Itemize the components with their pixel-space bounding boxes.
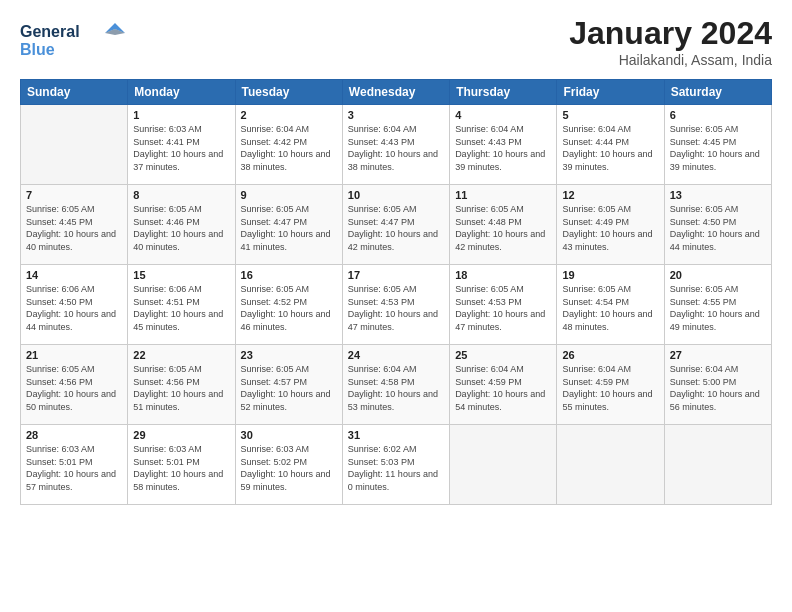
day-number: 6 bbox=[670, 109, 766, 121]
day-number: 12 bbox=[562, 189, 658, 201]
day-number: 28 bbox=[26, 429, 122, 441]
calendar-cell: 2Sunrise: 6:04 AMSunset: 4:42 PMDaylight… bbox=[235, 105, 342, 185]
day-number: 10 bbox=[348, 189, 444, 201]
svg-text:General: General bbox=[20, 23, 80, 40]
day-info: Sunrise: 6:03 AMSunset: 4:41 PMDaylight:… bbox=[133, 123, 229, 173]
day-number: 27 bbox=[670, 349, 766, 361]
calendar-week-1: 7Sunrise: 6:05 AMSunset: 4:45 PMDaylight… bbox=[21, 185, 772, 265]
day-number: 21 bbox=[26, 349, 122, 361]
day-number: 2 bbox=[241, 109, 337, 121]
calendar-cell: 29Sunrise: 6:03 AMSunset: 5:01 PMDayligh… bbox=[128, 425, 235, 505]
header-wednesday: Wednesday bbox=[342, 80, 449, 105]
location: Hailakandi, Assam, India bbox=[569, 52, 772, 68]
day-number: 29 bbox=[133, 429, 229, 441]
day-number: 15 bbox=[133, 269, 229, 281]
calendar-cell bbox=[557, 425, 664, 505]
day-info: Sunrise: 6:04 AMSunset: 4:59 PMDaylight:… bbox=[562, 363, 658, 413]
svg-text:Blue: Blue bbox=[20, 41, 55, 58]
day-info: Sunrise: 6:06 AMSunset: 4:50 PMDaylight:… bbox=[26, 283, 122, 333]
calendar-cell: 26Sunrise: 6:04 AMSunset: 4:59 PMDayligh… bbox=[557, 345, 664, 425]
calendar-table: Sunday Monday Tuesday Wednesday Thursday… bbox=[20, 79, 772, 505]
calendar-week-4: 28Sunrise: 6:03 AMSunset: 5:01 PMDayligh… bbox=[21, 425, 772, 505]
calendar-cell: 21Sunrise: 6:05 AMSunset: 4:56 PMDayligh… bbox=[21, 345, 128, 425]
calendar-week-0: 1Sunrise: 6:03 AMSunset: 4:41 PMDaylight… bbox=[21, 105, 772, 185]
title-area: January 2024 Hailakandi, Assam, India bbox=[569, 15, 772, 68]
calendar-cell: 18Sunrise: 6:05 AMSunset: 4:53 PMDayligh… bbox=[450, 265, 557, 345]
calendar-cell: 7Sunrise: 6:05 AMSunset: 4:45 PMDaylight… bbox=[21, 185, 128, 265]
calendar-cell: 9Sunrise: 6:05 AMSunset: 4:47 PMDaylight… bbox=[235, 185, 342, 265]
day-info: Sunrise: 6:05 AMSunset: 4:45 PMDaylight:… bbox=[670, 123, 766, 173]
logo: General Blue bbox=[20, 15, 125, 69]
header-saturday: Saturday bbox=[664, 80, 771, 105]
calendar-cell: 19Sunrise: 6:05 AMSunset: 4:54 PMDayligh… bbox=[557, 265, 664, 345]
day-info: Sunrise: 6:05 AMSunset: 4:53 PMDaylight:… bbox=[348, 283, 444, 333]
day-info: Sunrise: 6:05 AMSunset: 4:46 PMDaylight:… bbox=[133, 203, 229, 253]
calendar-cell: 6Sunrise: 6:05 AMSunset: 4:45 PMDaylight… bbox=[664, 105, 771, 185]
day-number: 7 bbox=[26, 189, 122, 201]
month-title: January 2024 bbox=[569, 15, 772, 52]
calendar-cell: 20Sunrise: 6:05 AMSunset: 4:55 PMDayligh… bbox=[664, 265, 771, 345]
calendar-cell: 28Sunrise: 6:03 AMSunset: 5:01 PMDayligh… bbox=[21, 425, 128, 505]
day-info: Sunrise: 6:05 AMSunset: 4:56 PMDaylight:… bbox=[26, 363, 122, 413]
day-info: Sunrise: 6:05 AMSunset: 4:45 PMDaylight:… bbox=[26, 203, 122, 253]
day-info: Sunrise: 6:04 AMSunset: 4:58 PMDaylight:… bbox=[348, 363, 444, 413]
day-number: 30 bbox=[241, 429, 337, 441]
page-container: General Blue January 2024 Hailakandi, As… bbox=[0, 0, 792, 515]
logo-svg: General Blue bbox=[20, 15, 125, 65]
day-number: 18 bbox=[455, 269, 551, 281]
calendar-cell: 17Sunrise: 6:05 AMSunset: 4:53 PMDayligh… bbox=[342, 265, 449, 345]
header-friday: Friday bbox=[557, 80, 664, 105]
calendar-cell: 3Sunrise: 6:04 AMSunset: 4:43 PMDaylight… bbox=[342, 105, 449, 185]
day-info: Sunrise: 6:05 AMSunset: 4:53 PMDaylight:… bbox=[455, 283, 551, 333]
calendar-cell: 4Sunrise: 6:04 AMSunset: 4:43 PMDaylight… bbox=[450, 105, 557, 185]
day-info: Sunrise: 6:05 AMSunset: 4:52 PMDaylight:… bbox=[241, 283, 337, 333]
day-info: Sunrise: 6:05 AMSunset: 4:48 PMDaylight:… bbox=[455, 203, 551, 253]
day-number: 16 bbox=[241, 269, 337, 281]
day-number: 4 bbox=[455, 109, 551, 121]
calendar-cell: 5Sunrise: 6:04 AMSunset: 4:44 PMDaylight… bbox=[557, 105, 664, 185]
day-info: Sunrise: 6:06 AMSunset: 4:51 PMDaylight:… bbox=[133, 283, 229, 333]
day-info: Sunrise: 6:05 AMSunset: 4:47 PMDaylight:… bbox=[348, 203, 444, 253]
day-info: Sunrise: 6:05 AMSunset: 4:47 PMDaylight:… bbox=[241, 203, 337, 253]
day-info: Sunrise: 6:04 AMSunset: 4:43 PMDaylight:… bbox=[348, 123, 444, 173]
day-number: 1 bbox=[133, 109, 229, 121]
day-info: Sunrise: 6:05 AMSunset: 4:56 PMDaylight:… bbox=[133, 363, 229, 413]
day-info: Sunrise: 6:03 AMSunset: 5:02 PMDaylight:… bbox=[241, 443, 337, 493]
header-monday: Monday bbox=[128, 80, 235, 105]
day-info: Sunrise: 6:05 AMSunset: 4:54 PMDaylight:… bbox=[562, 283, 658, 333]
calendar-cell bbox=[450, 425, 557, 505]
calendar-week-2: 14Sunrise: 6:06 AMSunset: 4:50 PMDayligh… bbox=[21, 265, 772, 345]
day-number: 17 bbox=[348, 269, 444, 281]
calendar-cell: 8Sunrise: 6:05 AMSunset: 4:46 PMDaylight… bbox=[128, 185, 235, 265]
header-sunday: Sunday bbox=[21, 80, 128, 105]
calendar-cell bbox=[21, 105, 128, 185]
day-number: 5 bbox=[562, 109, 658, 121]
day-info: Sunrise: 6:05 AMSunset: 4:57 PMDaylight:… bbox=[241, 363, 337, 413]
calendar-cell: 13Sunrise: 6:05 AMSunset: 4:50 PMDayligh… bbox=[664, 185, 771, 265]
day-info: Sunrise: 6:05 AMSunset: 4:50 PMDaylight:… bbox=[670, 203, 766, 253]
calendar-cell: 14Sunrise: 6:06 AMSunset: 4:50 PMDayligh… bbox=[21, 265, 128, 345]
calendar-week-3: 21Sunrise: 6:05 AMSunset: 4:56 PMDayligh… bbox=[21, 345, 772, 425]
weekday-header-row: Sunday Monday Tuesday Wednesday Thursday… bbox=[21, 80, 772, 105]
calendar-cell: 1Sunrise: 6:03 AMSunset: 4:41 PMDaylight… bbox=[128, 105, 235, 185]
calendar-cell: 11Sunrise: 6:05 AMSunset: 4:48 PMDayligh… bbox=[450, 185, 557, 265]
day-number: 3 bbox=[348, 109, 444, 121]
day-number: 24 bbox=[348, 349, 444, 361]
calendar-cell: 15Sunrise: 6:06 AMSunset: 4:51 PMDayligh… bbox=[128, 265, 235, 345]
day-info: Sunrise: 6:04 AMSunset: 4:44 PMDaylight:… bbox=[562, 123, 658, 173]
day-info: Sunrise: 6:02 AMSunset: 5:03 PMDaylight:… bbox=[348, 443, 444, 493]
calendar-cell: 12Sunrise: 6:05 AMSunset: 4:49 PMDayligh… bbox=[557, 185, 664, 265]
day-number: 14 bbox=[26, 269, 122, 281]
day-number: 9 bbox=[241, 189, 337, 201]
calendar-cell: 31Sunrise: 6:02 AMSunset: 5:03 PMDayligh… bbox=[342, 425, 449, 505]
day-number: 8 bbox=[133, 189, 229, 201]
calendar-cell: 25Sunrise: 6:04 AMSunset: 4:59 PMDayligh… bbox=[450, 345, 557, 425]
calendar-cell: 16Sunrise: 6:05 AMSunset: 4:52 PMDayligh… bbox=[235, 265, 342, 345]
day-number: 22 bbox=[133, 349, 229, 361]
day-info: Sunrise: 6:05 AMSunset: 4:55 PMDaylight:… bbox=[670, 283, 766, 333]
day-number: 19 bbox=[562, 269, 658, 281]
calendar-cell: 22Sunrise: 6:05 AMSunset: 4:56 PMDayligh… bbox=[128, 345, 235, 425]
day-number: 26 bbox=[562, 349, 658, 361]
day-number: 20 bbox=[670, 269, 766, 281]
calendar-cell bbox=[664, 425, 771, 505]
